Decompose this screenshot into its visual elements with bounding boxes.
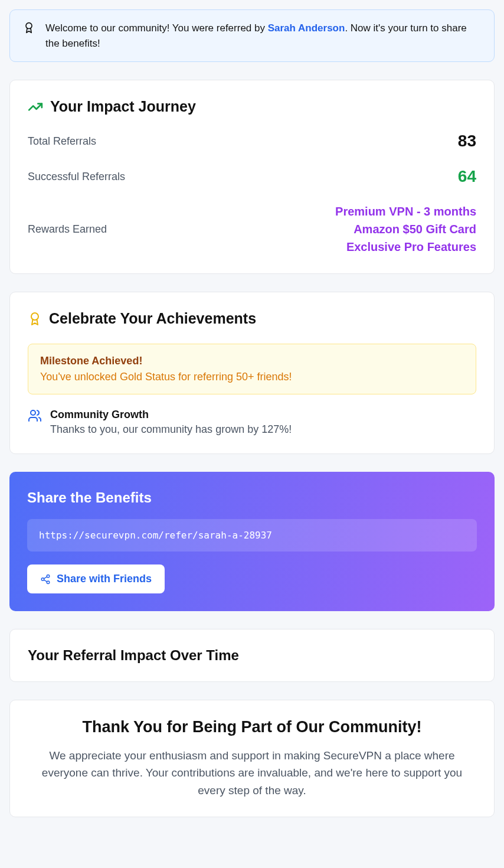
rewards-list: Premium VPN - 3 months Amazon $50 Gift C… xyxy=(335,203,476,256)
thank-you-body: We appreciate your enthusiasm and suppor… xyxy=(28,747,476,799)
rewards-earned-label: Rewards Earned xyxy=(28,223,107,236)
svg-line-7 xyxy=(44,576,47,578)
welcome-banner: Welcome to our community! You were refer… xyxy=(9,9,495,62)
share-button-label: Share with Friends xyxy=(57,573,152,585)
achievements-title-row: Celebrate Your Achievements xyxy=(28,310,476,327)
achievements-card: Celebrate Your Achievements Milestone Ac… xyxy=(9,292,495,454)
thank-you-title: Thank You for Being Part of Our Communit… xyxy=(28,718,476,736)
community-growth-row: Community Growth Thanks to you, our comm… xyxy=(28,409,476,436)
share-icon xyxy=(40,574,51,585)
stat-row-total: Total Referrals 83 xyxy=(28,132,476,151)
reward-item: Exclusive Pro Features xyxy=(335,238,476,256)
community-growth-title: Community Growth xyxy=(50,409,292,421)
referrer-name: Sarah Anderson xyxy=(268,22,345,34)
users-icon xyxy=(28,409,42,423)
total-referrals-value: 83 xyxy=(458,132,476,151)
impact-journey-card: Your Impact Journey Total Referrals 83 S… xyxy=(9,80,495,274)
milestone-desc: You've unlocked Gold Status for referrin… xyxy=(40,371,464,383)
milestone-title: Milestone Achieved! xyxy=(40,355,464,367)
impact-title: Your Impact Journey xyxy=(50,98,196,115)
reward-item: Amazon $50 Gift Card xyxy=(335,220,476,238)
total-referrals-label: Total Referrals xyxy=(28,135,96,148)
thank-you-card: Thank You for Being Part of Our Communit… xyxy=(9,700,495,817)
share-with-friends-button[interactable]: Share with Friends xyxy=(27,564,165,593)
referral-impact-chart-card: Your Referral Impact Over Time xyxy=(9,629,495,682)
milestone-box: Milestone Achieved! You've unlocked Gold… xyxy=(28,344,476,394)
share-title: Share the Benefits xyxy=(27,490,477,506)
share-benefits-card: Share the Benefits https://securevpn.com… xyxy=(9,472,495,611)
welcome-text: Welcome to our community! You were refer… xyxy=(45,21,481,51)
successful-referrals-value: 64 xyxy=(458,167,476,186)
achievements-title: Celebrate Your Achievements xyxy=(49,310,256,327)
svg-point-2 xyxy=(31,410,35,415)
community-growth-desc: Thanks to you, our community has grown b… xyxy=(50,423,292,436)
impact-title-row: Your Impact Journey xyxy=(28,98,476,115)
successful-referrals-label: Successful Referrals xyxy=(28,171,125,183)
welcome-prefix: Welcome to our community! You were refer… xyxy=(45,22,268,34)
referral-url-box[interactable]: https://securevpn.com/refer/sarah-a-2893… xyxy=(27,519,477,552)
trending-up-icon xyxy=(28,99,43,115)
award-icon xyxy=(28,312,42,326)
svg-line-6 xyxy=(44,580,47,582)
award-ribbon-icon xyxy=(23,22,35,34)
chart-title: Your Referral Impact Over Time xyxy=(28,647,476,664)
stat-row-rewards: Rewards Earned Premium VPN - 3 months Am… xyxy=(28,203,476,256)
reward-item: Premium VPN - 3 months xyxy=(335,203,476,220)
stat-row-successful: Successful Referrals 64 xyxy=(28,167,476,186)
